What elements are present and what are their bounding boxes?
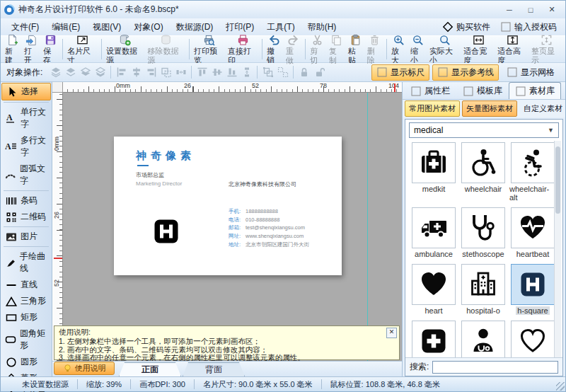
card-title-en[interactable]: Marketing Director [136, 180, 182, 187]
material-subtab-2[interactable]: 矢量图标素材 [462, 100, 517, 117]
card-contact-row[interactable]: 电话:010-88888888 [229, 216, 309, 224]
sidebar-tool-qrcode[interactable]: 二维码 [1, 209, 51, 225]
help-close-button[interactable]: ✕ [386, 328, 397, 338]
sidebar-tool-rounded-rect[interactable]: 圆角矩形 [1, 325, 51, 354]
toolbar-button-copy[interactable]: 复制 [327, 33, 346, 66]
object-op-group-button[interactable] [260, 66, 275, 79]
canvas-workarea[interactable]: 神奇像素 市场部总监 Marketing Director 北京神奇像素科技有限… [62, 92, 402, 361]
business-card[interactable]: 神奇像素 市场部总监 Marketing Director 北京神奇像素科技有限… [114, 137, 342, 275]
material-tile-plus-square[interactable] [412, 321, 456, 357]
material-tile-wheelchair[interactable] [461, 142, 505, 183]
toggle-grid[interactable]: 显示网格 [502, 64, 560, 81]
object-op-unlock-button[interactable] [311, 66, 326, 79]
toolbar-button-fit-height[interactable]: 适合高度 [495, 33, 529, 66]
card-brand-text[interactable]: 神奇像素 [136, 149, 195, 163]
object-op-layer-back-button[interactable] [93, 66, 108, 79]
toolbar-button-zoom-out[interactable]: 缩小 [408, 33, 427, 66]
toolbar-button-print-preview[interactable]: 打印预览 [192, 33, 226, 66]
card-contact-row[interactable]: 网址:www.shenqixiangsu.com [229, 232, 309, 241]
material-tile-ambulance[interactable] [412, 207, 456, 248]
card-contact-row[interactable]: 地址:北京市朝阳区建国门外大街 [229, 241, 309, 249]
close-button[interactable]: ✕ [541, 3, 562, 16]
toolbar-button-save[interactable]: 保存 [41, 33, 60, 66]
material-tile-heart[interactable] [412, 264, 456, 305]
card-contact-row[interactable]: 手机:18888888888 [229, 207, 309, 216]
guide-line-vertical[interactable] [367, 92, 368, 361]
object-op-layer-forward-button[interactable] [63, 66, 78, 79]
material-tile-medkit[interactable] [412, 142, 456, 183]
horizontal-ruler[interactable]: 0mm265278104 [62, 82, 402, 93]
vertical-ruler[interactable]: 0mm2652 [52, 92, 63, 361]
category-select[interactable]: medical ▼ [409, 122, 559, 138]
scrollbar-thumb[interactable] [555, 146, 560, 214]
object-op-same-size-button[interactable] [158, 66, 173, 79]
material-subtab-3[interactable]: 自定义素材 [519, 100, 566, 117]
sidebar-tool-text-multi[interactable]: A多行文字 [1, 132, 51, 161]
object-op-layer-front-button[interactable] [48, 66, 63, 79]
material-tile-heart-o[interactable] [511, 321, 555, 357]
sidebar-tool-text-single[interactable]: A单行文字 [1, 104, 51, 132]
menu-right-item-1[interactable]: 购买软件 [442, 21, 490, 33]
sidebar-tool-text-arc[interactable]: 圆弧文字 [1, 161, 51, 189]
object-op-align-center-h-button[interactable] [129, 66, 144, 79]
canvas-area[interactable]: 0mm265278104 0mm2652 神奇像素 市场部总监 Marketin… [52, 82, 402, 361]
material-tile-heartbeat[interactable] [511, 207, 555, 248]
panel-tab-library[interactable]: 素材库 [509, 82, 561, 99]
material-tile-h-square[interactable] [511, 264, 555, 305]
object-op-space-h-button[interactable] [173, 66, 188, 79]
toolbar-button-trash[interactable]: 删除 [365, 33, 384, 66]
object-op-align-bottom-button[interactable] [224, 66, 239, 79]
material-tile-user-md[interactable] [461, 321, 505, 357]
object-op-align-top-button[interactable] [195, 66, 209, 79]
card-h-square-logo[interactable] [142, 207, 191, 256]
toolbar-button-fit-width[interactable]: 适合宽度 [461, 33, 495, 66]
object-op-align-right-button[interactable] [144, 66, 158, 79]
sidebar-tool-rect[interactable]: 矩形 [1, 309, 51, 325]
object-op-lock-button[interactable] [296, 66, 311, 79]
help-button[interactable]: 使用说明 [54, 362, 115, 375]
maximize-button[interactable]: □ [520, 3, 541, 16]
panel-tab-template[interactable]: 模板库 [456, 82, 509, 99]
toolbar-button-card-size[interactable]: 名片尺寸 [65, 33, 99, 66]
material-tile-hospital-o[interactable] [461, 264, 505, 305]
sidebar-tool-line[interactable]: 直线 [1, 277, 51, 293]
page-tab-back[interactable]: 背面 [183, 362, 245, 376]
toolbar-button-cut[interactable]: 剪切 [308, 33, 327, 66]
toolbar-button-db-remove[interactable]: 移除数据源 [146, 33, 187, 66]
material-tile-wheelchair-alt[interactable] [511, 142, 555, 183]
toolbar-button-zoom-in[interactable]: 放大 [389, 33, 408, 66]
toolbar-button-doc-open[interactable]: 打开 [22, 33, 41, 66]
object-op-align-middle-button[interactable] [209, 66, 224, 79]
object-op-layer-backward-button[interactable] [78, 66, 93, 79]
toolbar-button-fit-page[interactable]: 整页显示 [529, 33, 563, 66]
object-op-align-left-button[interactable] [114, 66, 129, 79]
sidebar-tool-triangle[interactable]: 三角形 [1, 293, 51, 309]
sidebar-tool-image[interactable]: 图片 [1, 229, 51, 245]
toolbar-button-paste[interactable]: 粘贴 [346, 33, 365, 66]
sidebar-tool-barcode[interactable]: 条码 [1, 192, 51, 209]
resize-grip[interactable] [556, 382, 565, 391]
material-tile-stethoscope[interactable] [461, 207, 505, 248]
sidebar-tool-cursor[interactable]: 选择 [1, 83, 51, 100]
object-op-ungroup-button[interactable] [275, 66, 290, 79]
toolbar-button-db-set[interactable]: 设置数据源 [104, 33, 146, 66]
toolbar-button-zoom-actual[interactable]: 实际大小 [427, 33, 461, 66]
minimize-button[interactable]: ─ [499, 3, 520, 16]
toolbar-button-redo[interactable]: 重做 [284, 33, 303, 66]
toolbar-button-print[interactable]: 直接打印 [226, 33, 260, 66]
panel-tab-list[interactable]: 属性栏 [404, 82, 456, 99]
toolbar-button-doc-new[interactable]: 新建 [3, 33, 22, 66]
card-contact-row[interactable]: 邮箱:test@shenqixiangsu.com [229, 224, 309, 232]
card-title-cn[interactable]: 市场部总监 [136, 171, 164, 179]
grid-scrollbar[interactable] [554, 141, 561, 357]
material-subtab-1[interactable]: 常用图片素材 [405, 100, 460, 117]
object-op-space-v-button[interactable] [239, 66, 254, 79]
toggle-ruler[interactable]: 显示标尺 [371, 64, 429, 81]
page-tab-front[interactable]: 正面 [119, 362, 181, 376]
sidebar-tool-pen[interactable]: 手绘曲线 [1, 248, 51, 277]
sidebar-tool-circle[interactable]: 圆形 [1, 354, 51, 370]
menu-right-item-2[interactable]: 输入授权码 [500, 21, 557, 33]
card-company[interactable]: 北京神奇像素科技有限公司 [229, 180, 296, 188]
search-input[interactable] [432, 361, 558, 374]
toggle-guideline[interactable]: 显示参考线 [432, 64, 499, 81]
